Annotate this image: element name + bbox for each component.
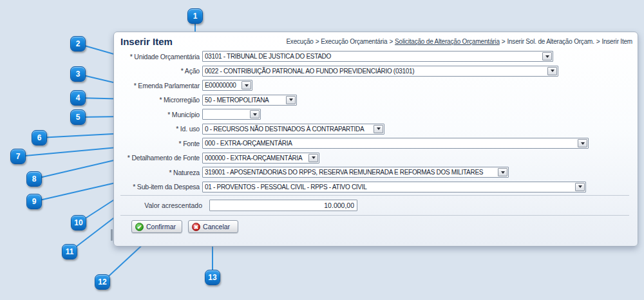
amount-input[interactable]: [209, 200, 357, 211]
breadcrumb-item[interactable]: Solicitação de Alteração Orçamentária: [395, 38, 500, 45]
window-edge-tick: [111, 229, 113, 241]
form-row-detalhamento-de-fonte: * Detalhamento de Fonte000000 - EXTRA-OR…: [120, 153, 634, 164]
breadcrumb: Execução>Execução Orçamentária>Solicitaç…: [286, 38, 632, 45]
callout-badge-3: 3: [70, 66, 86, 82]
cancel-button-label: Cancelar: [203, 223, 230, 230]
breadcrumb-separator: >: [500, 38, 507, 45]
confirm-button-label: Confirmar: [146, 223, 176, 230]
dropdown-microrregiao[interactable]: 50 - METROPOLITANA: [202, 95, 297, 106]
dropdown-emenda-parlamentar[interactable]: E00000000: [202, 80, 252, 91]
dropdown-value-natureza: 319001 - APOSENTADORIAS DO RPPS, RESERVA…: [205, 168, 497, 177]
chevron-down-icon[interactable]: [575, 183, 585, 191]
chevron-down-icon[interactable]: [286, 96, 296, 104]
page-title: Inserir Item: [120, 36, 173, 47]
button-row: ✔ Confirmar ✖ Cancelar: [131, 220, 238, 233]
callout-badge-6: 6: [32, 130, 47, 145]
form-row-unidade-orcamentaria: * Unidade Orçamentária03101 - TRIBUNAL D…: [120, 51, 634, 62]
amount-row: Valor acrescentado: [120, 199, 357, 211]
callout-badge-10: 10: [71, 215, 86, 230]
page: Inserir Item Execução>Execução Orçamentá…: [0, 0, 644, 300]
dropdown-fonte[interactable]: 000 - EXTRA-ORÇAMENTÁRIA: [202, 138, 589, 149]
breadcrumb-item: Inserir Sol. de Alteração Orçam.: [507, 38, 594, 45]
field-label-natureza: * Natureza: [120, 169, 202, 176]
callout-badge-13: 13: [205, 270, 220, 285]
dropdown-value-emenda-parlamentar: E00000000: [205, 81, 240, 90]
chevron-down-icon[interactable]: [374, 125, 383, 133]
callout-badge-12: 12: [95, 274, 110, 290]
dropdown-value-fonte: 000 - EXTRA-ORÇAMENTÁRIA: [205, 139, 576, 148]
dropdown-unidade-orcamentaria[interactable]: 03101 - TRIBUNAL DE JUSTICA DO ESTADO: [202, 51, 553, 62]
confirm-button[interactable]: ✔ Confirmar: [131, 220, 182, 233]
callout-badge-11: 11: [62, 244, 77, 259]
dropdown-value-unidade-orcamentaria: 03101 - TRIBUNAL DE JUSTICA DO ESTADO: [205, 52, 541, 61]
form-row-sub-item-da-despesa: * Sub-item da Despesa01 - PROVENTOS - PE…: [120, 182, 634, 192]
form-row-microrregiao: * Microrregião50 - METROPOLITANA: [120, 95, 634, 106]
dropdown-value-id-uso: 0 - RECURSOS NÃO DESTINADOS À CONTRAPART…: [205, 125, 372, 134]
cancel-button[interactable]: ✖ Cancelar: [188, 220, 238, 233]
dropdown-value-acao: 0022 - CONTRIBUIÇÃO PATRONAL AO FUNDO PR…: [205, 67, 546, 76]
form-row-municipio: * Município: [120, 109, 634, 120]
confirm-check-icon: ✔: [135, 223, 144, 231]
form-row-acao: * Ação0022 - CONTRIBUIÇÃO PATRONAL AO FU…: [120, 66, 634, 77]
breadcrumb-item: Execução: [286, 38, 313, 45]
field-label-acao: * Ação: [120, 67, 202, 75]
field-label-emenda-parlamentar: * Emenda Parlamentar: [120, 82, 202, 89]
callout-badge-9: 9: [26, 194, 42, 209]
dropdown-value-municipio: [205, 110, 249, 119]
dropdown-municipio[interactable]: [202, 109, 261, 120]
cancel-x-icon: ✖: [192, 223, 200, 231]
insert-item-form-panel: Inserir Item Execução>Execução Orçamentá…: [113, 32, 638, 247]
dropdown-sub-item-da-despesa[interactable]: 01 - PROVENTOS - PESSOAL CIVIL - RPPS - …: [202, 182, 586, 192]
chevron-down-icon[interactable]: [250, 110, 260, 118]
dropdown-acao[interactable]: 0022 - CONTRIBUIÇÃO PATRONAL AO FUNDO PR…: [202, 66, 558, 77]
chevron-down-icon[interactable]: [542, 52, 552, 61]
form-row-fonte: * Fonte000 - EXTRA-ORÇAMENTÁRIA: [120, 138, 634, 149]
field-label-sub-item-da-despesa: * Sub-item da Despesa: [120, 183, 202, 191]
form-row-emenda-parlamentar: * Emenda ParlamentarE00000000: [120, 80, 634, 91]
dropdown-natureza[interactable]: 319001 - APOSENTADORIAS DO RPPS, RESERVA…: [202, 167, 509, 178]
dropdown-id-uso[interactable]: 0 - RECURSOS NÃO DESTINADOS À CONTRAPART…: [202, 124, 384, 135]
field-label-id-uso: * Id. uso: [120, 125, 202, 133]
dropdown-detalhamento-de-fonte[interactable]: 000000 - EXTRA-ORÇAMENTÁRIA: [202, 153, 319, 164]
field-label-detalhamento-de-fonte: * Detalhamento de Fonte: [120, 154, 202, 162]
breadcrumb-item: Inserir Item: [601, 38, 632, 45]
breadcrumb-separator: >: [387, 38, 395, 45]
field-label-fonte: * Fonte: [120, 140, 202, 147]
callout-badge-2: 2: [70, 36, 86, 52]
callout-badge-4: 4: [70, 90, 86, 106]
field-label-municipio: * Município: [120, 111, 202, 118]
breadcrumb-item: Execução Orçamentária: [321, 38, 387, 45]
amount-label: Valor acrescentado: [120, 202, 202, 209]
form-row-id-uso: * Id. uso0 - RECURSOS NÃO DESTINADOS À C…: [120, 124, 634, 135]
callout-badge-1: 1: [187, 8, 203, 24]
callout-badge-8: 8: [26, 171, 42, 187]
callout-badge-7: 7: [10, 149, 26, 164]
dropdown-value-sub-item-da-despesa: 01 - PROVENTOS - PESSOAL CIVIL - RPPS - …: [205, 183, 574, 192]
separator-line: [120, 195, 629, 196]
callout-badge-5: 5: [70, 109, 86, 125]
chevron-down-icon[interactable]: [547, 67, 557, 75]
dropdown-value-detalhamento-de-fonte: 000000 - EXTRA-ORÇAMENTÁRIA: [205, 154, 307, 163]
field-label-unidade-orcamentaria: * Unidade Orçamentária: [120, 53, 202, 61]
separator-line: [120, 215, 629, 216]
dropdown-value-microrregiao: 50 - METROPOLITANA: [205, 96, 285, 105]
chevron-down-icon[interactable]: [578, 139, 587, 147]
breadcrumb-separator: >: [594, 38, 602, 45]
chevron-down-icon[interactable]: [498, 168, 507, 176]
breadcrumb-separator: >: [314, 38, 321, 45]
form-row-natureza: * Natureza319001 - APOSENTADORIAS DO RPP…: [120, 167, 634, 178]
chevron-down-icon[interactable]: [308, 154, 318, 162]
field-label-microrregiao: * Microrregião: [120, 96, 202, 104]
chevron-down-icon[interactable]: [242, 81, 251, 89]
